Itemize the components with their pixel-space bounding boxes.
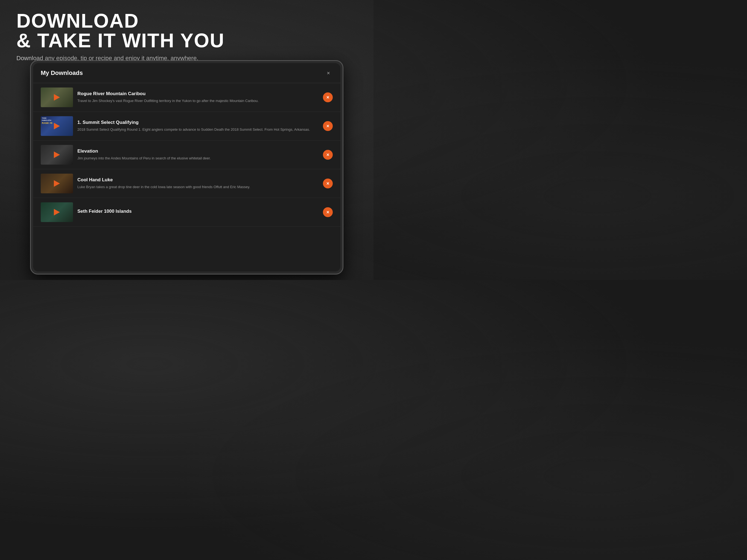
play-button[interactable]	[52, 208, 61, 217]
item-info: Cool Hand Luke Luke Bryan takes a great …	[77, 177, 318, 190]
remove-button[interactable]: ×	[323, 179, 333, 188]
item-title: Rogue River Mountain Caribou	[77, 91, 318, 97]
panel-title: My Downloads	[41, 70, 83, 77]
close-button[interactable]: ×	[324, 69, 333, 77]
item-info: Rogue River Mountain Caribou Travel to J…	[77, 91, 318, 104]
thumbnail-seth[interactable]	[41, 202, 73, 222]
list-item: TODD FAIRCLOTH RANK #8 1. Summit Select …	[33, 112, 340, 141]
header-section: DOWNLOAD & TAKE IT WITH YOU Download any…	[0, 0, 374, 70]
summit-overlay-text: TODD FAIRCLOTH RANK #8	[42, 117, 52, 125]
remove-button[interactable]: ×	[323, 93, 333, 102]
item-description: 2018 Summit Select Qualifying Round 1. E…	[77, 127, 318, 132]
remove-button[interactable]: ×	[323, 121, 333, 131]
list-item: Seth Feider 1000 Islands ×	[33, 198, 340, 227]
item-title: 1. Summit Select Qualifying	[77, 120, 318, 125]
item-info: Elevation Jim journeys into the Andes Mo…	[77, 149, 318, 161]
play-button[interactable]	[52, 150, 61, 159]
item-title: Seth Feider 1000 Islands	[77, 209, 318, 214]
item-description: Travel to Jim Shockey's vast Rogue River…	[77, 98, 318, 104]
item-description: Jim journeys into the Andes Mountains of…	[77, 156, 318, 161]
item-description: Luke Bryan takes a great drop tine deer …	[77, 184, 318, 190]
thumbnail-elevation[interactable]	[41, 145, 73, 164]
headline-line1: DOWNLOAD	[17, 11, 357, 31]
play-icon	[54, 123, 60, 129]
remove-button[interactable]: ×	[323, 150, 333, 160]
downloads-panel: My Downloads × Rogue River Mountain Cari…	[33, 63, 340, 272]
thumbnail-cool[interactable]	[41, 174, 73, 193]
play-icon	[54, 180, 60, 187]
item-title: Cool Hand Luke	[77, 177, 318, 183]
tablet-mockup: My Downloads × Rogue River Mountain Cari…	[30, 60, 343, 275]
downloads-list: Rogue River Mountain Caribou Travel to J…	[33, 83, 340, 272]
play-icon	[54, 94, 60, 101]
play-icon	[54, 209, 60, 215]
play-button[interactable]	[52, 122, 61, 130]
item-title: Elevation	[77, 149, 318, 154]
play-icon	[54, 152, 60, 158]
item-info: Seth Feider 1000 Islands	[77, 209, 318, 216]
headline-line2: & TAKE IT WITH YOU	[17, 31, 357, 50]
play-button[interactable]	[52, 179, 61, 188]
remove-button[interactable]: ×	[323, 207, 333, 217]
screen: My Downloads × Rogue River Mountain Cari…	[33, 63, 340, 272]
thumbnail-summit[interactable]: TODD FAIRCLOTH RANK #8	[41, 116, 73, 136]
play-button[interactable]	[52, 93, 61, 102]
list-item: Rogue River Mountain Caribou Travel to J…	[33, 83, 340, 112]
thumbnail-caribou[interactable]	[41, 87, 73, 107]
item-info: 1. Summit Select Qualifying 2018 Summit …	[77, 120, 318, 132]
panel-header: My Downloads ×	[33, 63, 340, 83]
list-item: Cool Hand Luke Luke Bryan takes a great …	[33, 169, 340, 198]
list-item: Elevation Jim journeys into the Andes Mo…	[33, 141, 340, 169]
